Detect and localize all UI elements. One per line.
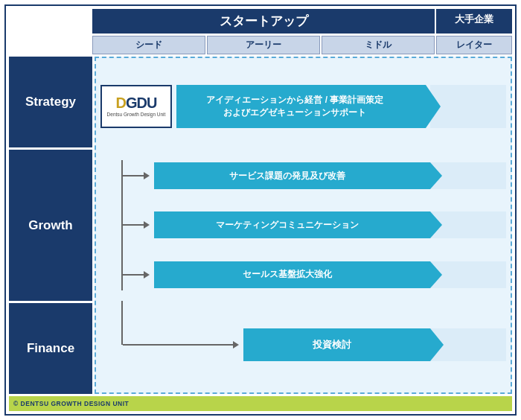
growth3-arrow-line [123, 271, 150, 279]
strategy-arrow-head [426, 85, 441, 128]
left-labels: Strategy Growth Finance [9, 57, 92, 394]
later-header: レイター [436, 36, 512, 54]
growth-vertical-line [121, 160, 123, 290]
oote-header: 大手企業 [436, 9, 512, 34]
finance-row: 投資検討 [100, 301, 506, 388]
growth-section: サービス課題の発見及び改善 マーケティングコミュニケーショ [100, 153, 506, 298]
strategy-row: DGDU Dentsu Growth Design Unit アイディエーション… [100, 63, 506, 150]
strategy-label: Strategy [9, 57, 92, 147]
footer-text: © DENTSU GROWTH DESIGN UNIT [13, 400, 129, 407]
finance-label: Finance [9, 303, 92, 394]
growth3-arrow: セールス基盤拡大強化 [154, 261, 430, 288]
early-header: アーリー [207, 36, 320, 54]
growth2-arrow-head [430, 211, 442, 238]
finance-arrow-head [430, 328, 444, 361]
subheader-row: シード アーリー ミドル レイター [92, 36, 512, 54]
seed-header: シード [92, 36, 205, 54]
header-row: スタートアップ 大手企業 [92, 9, 512, 34]
growth-row-3: セールス基盤拡大強化 [100, 252, 506, 298]
middle-header: ミドル [322, 36, 435, 54]
finance-arrow: 投資検討 [243, 328, 430, 361]
finance-arrow-line [123, 341, 239, 349]
growth3-arrow-head [430, 261, 442, 288]
growth1-arrow-line [123, 172, 150, 179]
logo-brand: DGDU [116, 95, 157, 110]
growth-label: Growth [9, 150, 92, 301]
main-content: Strategy Growth Finance DGDU Dentsu Grow… [9, 57, 512, 394]
growth-row-1: サービス課題の発見及び改善 [100, 153, 506, 199]
growth1-arrow: サービス課題の発見及び改善 [154, 162, 430, 189]
startup-header: スタートアップ [92, 9, 435, 34]
logo-box: DGDU Dentsu Growth Design Unit [100, 85, 172, 128]
footer: © DENTSU GROWTH DESIGN UNIT [9, 396, 512, 411]
logo-sub: Dentsu Growth Design Unit [107, 112, 166, 117]
growth1-arrow-head [430, 162, 442, 189]
page-border: スタートアップ 大手企業 シード アーリー ミドル レイター Strategy … [4, 4, 517, 416]
strategy-arrow: アイディエーションから経営 / 事業計画策定 およびエグゼキューションサポート [176, 85, 426, 128]
growth2-arrow: マーケティングコミュニケーション [154, 211, 430, 238]
finance-vertical-line [121, 301, 123, 345]
growth2-arrow-line [123, 221, 150, 229]
growth-row-2: マーケティングコミュニケーション [100, 202, 506, 248]
strategy-later-col [430, 85, 506, 128]
content-area: DGDU Dentsu Growth Design Unit アイディエーション… [95, 57, 512, 394]
